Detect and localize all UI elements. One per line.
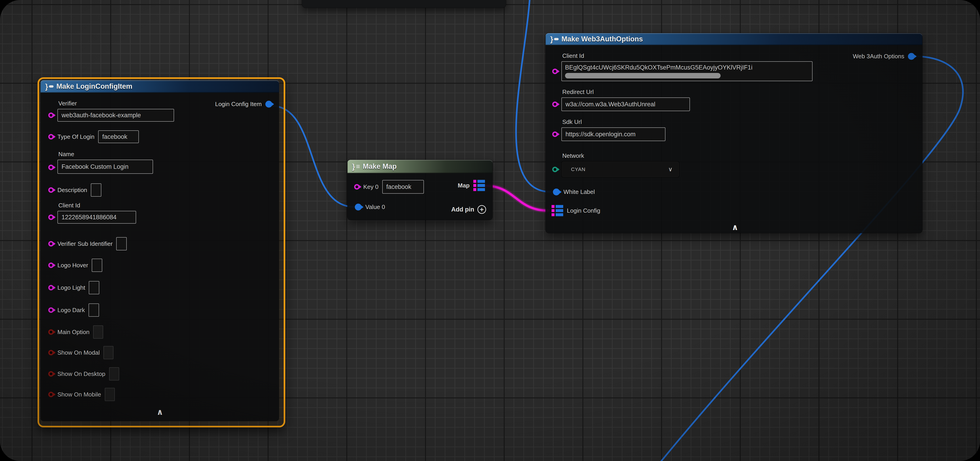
pin-name[interactable] — [48, 165, 54, 170]
pin-row-client-id: Client Id BEglQSgt4cUWcj6SKRdu5QkOXTsePm… — [552, 52, 813, 81]
pin-show-on-mobile[interactable] — [48, 392, 54, 397]
redirect-url-input[interactable]: w3a://com.w3a.Web3AuthUnreal — [562, 97, 690, 111]
type-of-login-input[interactable]: facebook — [98, 130, 139, 143]
add-pin-plus-icon: + — [477, 205, 486, 214]
pin-label: Login Config — [567, 207, 600, 214]
pin-description[interactable] — [48, 187, 54, 193]
pin-row-redirect-url: Redirect Url w3a://com.w3a.Web3AuthUnrea… — [552, 89, 690, 111]
node-title: Make Web3AuthOptions — [562, 35, 643, 43]
pin-label: Show On Mobile — [57, 391, 101, 398]
node-header[interactable]: } Make Web3AuthOptions — [546, 33, 922, 45]
client-id-input[interactable]: 1222658941886084 — [57, 211, 136, 224]
key-0-input[interactable]: facebook — [382, 180, 424, 194]
chevron-down-icon: ∨ — [668, 166, 673, 173]
add-pin-label: Add pin — [451, 206, 474, 213]
pin-label: Main Option — [57, 329, 89, 336]
output-pin-label: Login Config Item — [215, 101, 262, 108]
pin-type-of-login[interactable] — [48, 134, 54, 140]
pin-row-show-on-modal: Show On Modal — [48, 346, 113, 359]
partial-node-top[interactable] — [302, 0, 506, 8]
verifier-input[interactable]: web3auth-facebook-example — [57, 109, 174, 122]
show-on-mobile-checkbox[interactable] — [105, 388, 115, 401]
pin-logo-light[interactable] — [48, 285, 54, 291]
pin-logo-hover[interactable] — [48, 262, 54, 268]
pin-row-verifier-sub-identifier: Verifier Sub Identifier — [48, 237, 127, 250]
logo-light-input[interactable] — [89, 281, 99, 294]
main-option-checkbox[interactable] — [93, 325, 103, 339]
pin-label: Logo Dark — [57, 307, 85, 314]
client-id-input[interactable]: BEglQSgt4cUWcj6SKRdu5QkOXTsePmMcusG5EAoy… — [562, 61, 813, 81]
selection-outline-loginconfigitem: } Make LoginConfigItem Login Config Item… — [38, 77, 285, 428]
pin-row-name: Name Facebook Custom Login — [48, 151, 153, 174]
pin-redirect-url[interactable] — [552, 102, 558, 107]
logo-hover-input[interactable] — [92, 259, 102, 272]
output-pin-label: Web 3Auth Options — [853, 53, 904, 60]
pin-client-id[interactable] — [48, 215, 54, 220]
pin-label: Network — [562, 152, 679, 159]
node-make-map[interactable]: }≡ Make Map Key 0 facebook Map Value 0 — [347, 160, 493, 220]
name-input[interactable]: Facebook Custom Login — [57, 160, 153, 174]
pin-row-network: Network CYAN ∨ — [552, 152, 679, 178]
pin-sdk-url[interactable] — [552, 132, 558, 137]
pin-label: Key 0 — [363, 183, 379, 191]
pin-label: Description — [57, 187, 87, 194]
pin-row-logo-hover: Logo Hover — [48, 259, 102, 272]
output-pin-login-config-item[interactable] — [266, 101, 272, 108]
pin-client-id[interactable] — [552, 68, 558, 74]
node-header[interactable]: }≡ Make Map — [347, 160, 493, 173]
node-make-loginconfigitem[interactable]: } Make LoginConfigItem Login Config Item… — [40, 80, 279, 421]
show-on-modal-checkbox[interactable] — [103, 346, 113, 359]
pin-row-logo-light: Logo Light — [48, 281, 99, 294]
pin-label: Sdk Url — [562, 118, 665, 126]
client-id-scrollbar[interactable] — [565, 73, 721, 78]
pin-login-config[interactable] — [552, 205, 563, 216]
make-struct-icon: } — [45, 83, 54, 90]
description-input[interactable] — [91, 183, 101, 197]
pin-value-0[interactable] — [355, 203, 362, 210]
network-selected-value: CYAN — [571, 167, 585, 172]
pin-row-sdk-url: Sdk Url https://sdk.openlogin.com — [552, 118, 665, 141]
pin-verifier-sub-identifier[interactable] — [48, 241, 54, 246]
wire-top-to-whitelabel[interactable] — [516, 0, 550, 192]
pin-label: White Label — [563, 188, 595, 196]
pin-main-option[interactable] — [48, 329, 54, 335]
pin-row-description: Description — [48, 183, 101, 197]
pin-label: Redirect Url — [562, 89, 690, 95]
pin-row-main-option: Main Option — [48, 325, 103, 339]
node-title: Make Map — [363, 162, 397, 170]
pin-verifier[interactable] — [48, 113, 54, 118]
pin-key-0[interactable] — [354, 184, 360, 189]
pin-row-type-of-login: Type Of Login facebook — [48, 130, 139, 143]
pin-network[interactable] — [552, 167, 558, 172]
pin-logo-dark[interactable] — [48, 307, 54, 313]
node-title: Make LoginConfigItem — [56, 82, 132, 91]
pin-label: Logo Hover — [57, 262, 88, 269]
pin-label: Type Of Login — [57, 133, 94, 140]
pin-show-on-modal[interactable] — [48, 350, 54, 355]
node-make-web3authoptions[interactable]: } Make Web3AuthOptions Web 3Auth Options… — [546, 33, 922, 233]
node-header[interactable]: } Make LoginConfigItem — [40, 80, 279, 92]
output-pin-map[interactable] — [473, 180, 485, 191]
network-dropdown[interactable]: CYAN ∨ — [562, 161, 679, 178]
output-row-login-config-item: Login Config Item — [215, 101, 272, 108]
pin-label: Logo Light — [57, 284, 85, 291]
pin-row-verifier: Verifier web3auth-facebook-example — [48, 100, 174, 122]
pin-label: Show On Desktop — [57, 370, 105, 378]
collapse-node-chevron-icon[interactable]: ∧ — [732, 223, 738, 231]
pin-row-client-id: Client Id 1222658941886084 — [48, 202, 136, 224]
show-on-desktop-checkbox[interactable] — [109, 367, 119, 380]
pin-white-label[interactable] — [553, 188, 560, 195]
sdk-url-input[interactable]: https://sdk.openlogin.com — [562, 127, 665, 141]
pin-show-on-desktop[interactable] — [48, 371, 54, 377]
collapse-node-chevron-icon[interactable]: ∧ — [156, 408, 163, 416]
blueprint-canvas[interactable]: } Make LoginConfigItem Login Config Item… — [0, 0, 980, 461]
pin-label: Verifier — [58, 100, 174, 107]
output-pin-label: Map — [458, 182, 469, 189]
logo-dark-input[interactable] — [89, 304, 99, 317]
pin-label: Value 0 — [365, 203, 385, 211]
pin-row-show-on-mobile: Show On Mobile — [48, 388, 115, 401]
make-map-icon: }≡ — [352, 162, 360, 170]
add-pin-button[interactable]: Add pin + — [451, 205, 486, 214]
output-pin-web3auth-options[interactable] — [908, 53, 915, 60]
verifier-sub-identifier-input[interactable] — [116, 237, 127, 250]
